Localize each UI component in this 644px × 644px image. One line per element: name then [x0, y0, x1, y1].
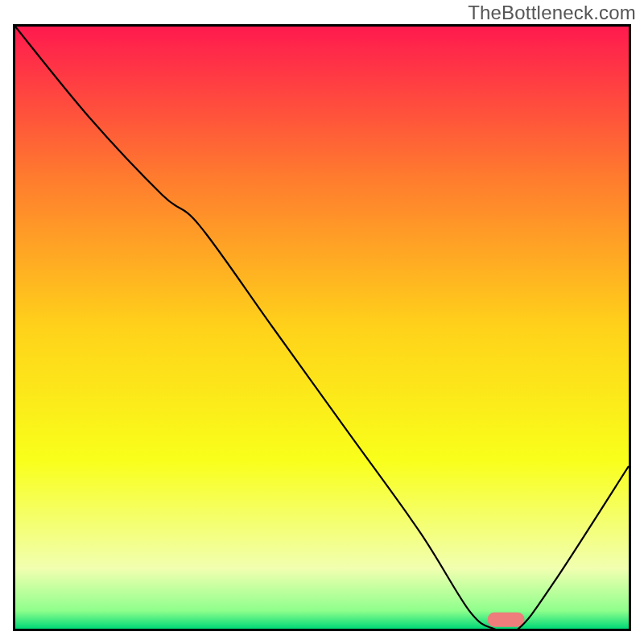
chart-svg	[15, 27, 629, 629]
plot-frame	[13, 24, 631, 631]
optimal-range-marker	[488, 613, 525, 627]
gradient-fill-rect	[15, 27, 629, 629]
chart-container: TheBottleneck.com	[0, 0, 644, 644]
watermark-label: TheBottleneck.com	[468, 2, 636, 24]
